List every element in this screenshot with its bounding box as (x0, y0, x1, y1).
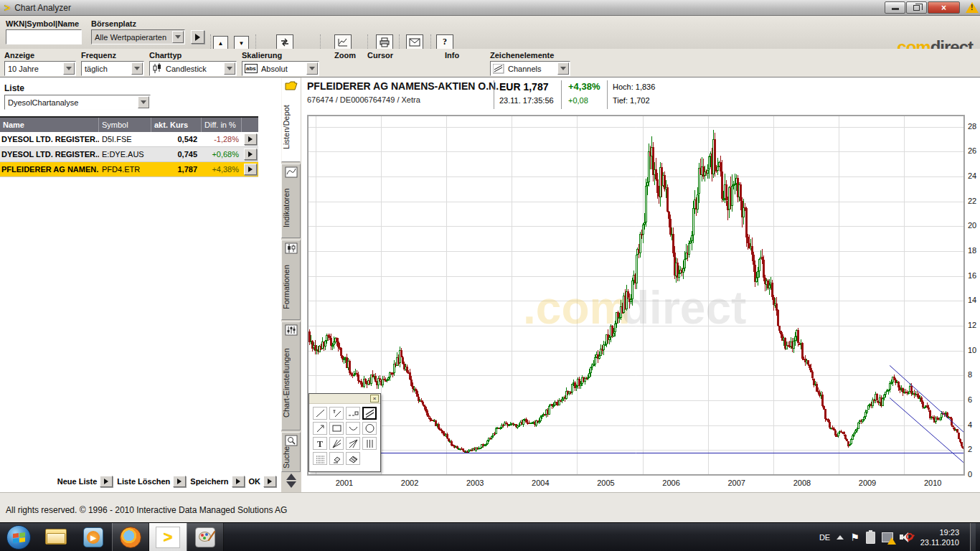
change-percent: +4,38% (568, 81, 600, 92)
taskbar-paint[interactable] (187, 523, 224, 551)
candlestick-canvas[interactable] (308, 116, 964, 475)
table-row[interactable]: PFLEIDERER AG NAMEN...PFD4.ETR1,787+4,38… (0, 162, 258, 177)
col-kurs: akt. Kurs (151, 118, 202, 132)
col-name: Name (0, 118, 99, 132)
trend-line-tool[interactable] (313, 407, 327, 420)
scroll-down-icon[interactable] (286, 481, 296, 488)
new-list-button[interactable] (100, 476, 113, 487)
grid-tool[interactable] (313, 452, 327, 465)
text-tool[interactable]: T (313, 437, 327, 450)
restore-button[interactable] (906, 1, 927, 14)
dropdown-arrow-icon[interactable] (172, 31, 184, 43)
eraser-tool[interactable] (329, 452, 344, 465)
change-absolute: +0,08 (568, 96, 588, 105)
dropdown-arrow-icon[interactable] (306, 62, 318, 75)
y-tick: 22 (968, 197, 980, 205)
boersenplatz-select[interactable]: Alle Wertpapierarten (91, 29, 185, 44)
skalierung-label: Skalierung (242, 51, 282, 60)
zeichenelemente-select[interactable]: Channels (490, 61, 570, 76)
table-row[interactable]: DYESOL LTD. REGISTER...D5I.FSE0,542-1,28… (0, 132, 258, 147)
close-button[interactable]: × (928, 1, 960, 14)
trend-arrow-tool[interactable] (313, 422, 327, 435)
ellipse-tool[interactable] (362, 422, 377, 435)
cell-diff: +0,68% (202, 150, 242, 159)
liste-select[interactable]: DyesolChartanalyse (4, 95, 151, 110)
tab-chart-einstellungen[interactable]: Chart-Einstellungen (281, 321, 301, 430)
dropdown-arrow-icon[interactable] (63, 62, 75, 75)
save-button[interactable] (232, 476, 245, 487)
tab-formationen[interactable]: Formationen (281, 240, 301, 320)
scroll-up-icon[interactable] (286, 474, 296, 480)
tab-listen-depot[interactable]: Listen/Depot (281, 77, 301, 162)
go-button[interactable] (191, 30, 204, 44)
language-indicator[interactable]: DE (819, 533, 830, 542)
taskbar-explorer[interactable] (37, 523, 75, 551)
table-row[interactable]: DYESOL LTD. REGISTER...E:DYE.AUS0,745+0,… (0, 147, 258, 162)
abs-icon: abs (245, 64, 258, 73)
dropdown-arrow-icon[interactable] (557, 62, 569, 75)
arc-tool[interactable] (346, 422, 360, 435)
charttyp-select[interactable]: Candlestick (149, 61, 237, 76)
chart-plot[interactable] (307, 115, 965, 476)
open-chart-button[interactable] (244, 149, 257, 160)
ok-button[interactable] (263, 476, 276, 487)
show-desktop-button[interactable] (970, 523, 976, 551)
network-icon[interactable] (882, 532, 893, 542)
x-tick: 2006 (650, 479, 693, 487)
open-chart-button[interactable] (244, 164, 257, 175)
cell-kurs: 0,542 (151, 135, 202, 143)
volume-muted-icon[interactable] (900, 532, 911, 543)
taskbar-comdirect[interactable]: > (149, 523, 187, 551)
email-button[interactable] (406, 34, 423, 50)
ok-label: OK (249, 477, 261, 486)
horizontal-line-tool[interactable] (346, 407, 360, 420)
col-symbol: Symbol (99, 118, 151, 132)
taskbar-firefox[interactable] (112, 523, 149, 551)
speed-lines-tool[interactable] (346, 437, 360, 450)
dropdown-arrow-icon[interactable] (138, 96, 149, 108)
tab-suche[interactable]: Suche (281, 432, 301, 472)
dropdown-arrow-icon[interactable] (131, 62, 143, 75)
day-low: Tief: 1,702 (613, 96, 650, 105)
title-bar: > Chart Analyzer × (0, 0, 980, 16)
indicator-icon (285, 166, 298, 178)
y-tick: 24 (968, 171, 980, 180)
open-chart-button[interactable] (244, 133, 257, 145)
battery-icon[interactable] (866, 532, 875, 544)
channels-tool[interactable] (362, 407, 377, 420)
clock[interactable]: 19:23 23.11.2010 (920, 527, 959, 547)
anzeige-select[interactable]: 10 Jahre (4, 61, 76, 76)
vertical-lines-tool[interactable] (362, 437, 377, 450)
drawing-tools-palette[interactable]: × T (308, 393, 381, 472)
taskbar-media-player[interactable]: ▶ (75, 523, 112, 551)
warning-icon (966, 2, 979, 13)
delete-list-button[interactable] (173, 476, 186, 487)
rectangle-tool[interactable] (329, 422, 344, 435)
palette-titlebar[interactable]: × (309, 394, 380, 404)
tab-indikatoren[interactable]: Indikatoren (281, 164, 301, 238)
clear-all-tool[interactable] (346, 452, 360, 465)
trend-line-icon (315, 408, 326, 419)
dropdown-arrow-icon[interactable] (224, 62, 235, 75)
print-button[interactable] (376, 34, 393, 50)
refresh-button[interactable] (276, 34, 293, 50)
x-tick: 2009 (846, 479, 889, 487)
wkn-input[interactable] (6, 29, 82, 44)
tray-expand-icon[interactable] (837, 535, 844, 540)
explorer-icon (45, 529, 67, 546)
help-button[interactable]: ? (436, 34, 453, 50)
palette-close-icon[interactable]: × (370, 395, 379, 402)
benchmark-button[interactable] (334, 34, 352, 50)
skalierung-select[interactable]: abs Absolut (242, 61, 319, 76)
tab-scroll-spinner[interactable] (285, 474, 298, 491)
minimize-button[interactable] (885, 1, 905, 14)
line-marker-tool[interactable] (329, 407, 344, 420)
folder-icon (285, 80, 298, 91)
candlestick-icon (152, 63, 162, 74)
action-center-flag-icon[interactable]: ⚑ (850, 532, 859, 543)
frequenz-select[interactable]: täglich (81, 61, 144, 76)
trend-arrow-icon (315, 423, 326, 434)
y-tick: 16 (968, 271, 980, 280)
start-button[interactable] (0, 523, 37, 551)
fan-lines-tool[interactable] (329, 437, 344, 450)
